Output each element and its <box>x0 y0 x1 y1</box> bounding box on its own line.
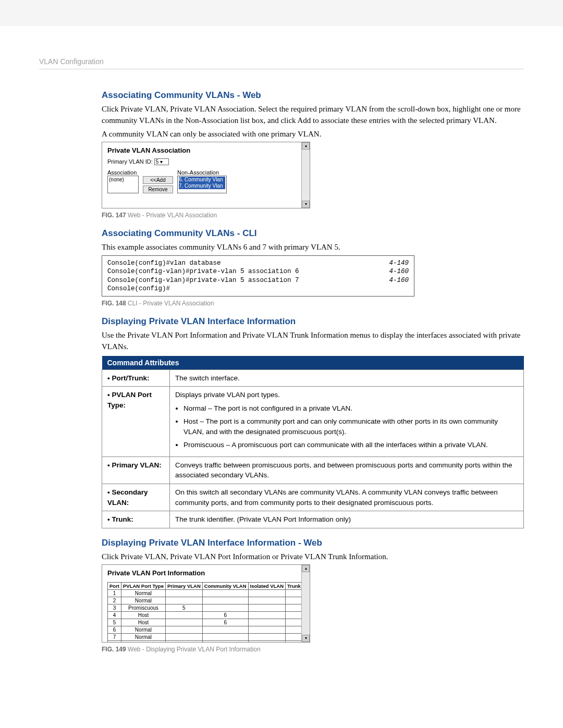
table-row: • Secondary VLAN:On this switch all seco… <box>102 484 524 511</box>
attr-desc: On this switch all secondary VLANs are c… <box>170 484 524 511</box>
scroll-up-icon[interactable]: ▴ <box>302 142 310 150</box>
port-info-table: PortPVLAN Port TypePrimary VLANCommunity… <box>107 582 303 643</box>
association-listbox[interactable]: (none) <box>107 176 139 193</box>
table-cell <box>286 634 303 641</box>
caption-label: FIG. 147 <box>102 212 126 219</box>
add-button[interactable]: <<Add <box>143 176 173 184</box>
table-cell <box>202 634 248 641</box>
table-cell <box>202 626 248 634</box>
table-row: 1Normal <box>108 590 303 597</box>
table-cell <box>286 612 303 619</box>
table-cell: 2 <box>108 597 121 604</box>
attr-key: • Trunk: <box>102 511 170 528</box>
table-row: 2Normal <box>108 597 303 604</box>
attr-subitem: Promiscuous – A promiscuous port can com… <box>183 440 518 450</box>
table-row: 6Normal <box>108 626 303 634</box>
cli-command: Console(config)#vlan database <box>107 259 221 267</box>
column-header: Isolated VLAN <box>248 583 285 590</box>
command-attributes-table: Command Attributes • Port/Trunk:The swit… <box>102 356 524 528</box>
remove-button[interactable]: Remove <box>143 186 173 193</box>
table-cell <box>248 626 285 634</box>
table-cell: 5 <box>108 619 121 626</box>
table-cell <box>286 597 303 604</box>
fig147-caption: FIG. 147 Web - Private VLAN Association <box>102 212 524 219</box>
table-cell <box>248 590 285 597</box>
table-cell <box>165 634 202 641</box>
table-cell <box>286 619 303 626</box>
column-header: Community VLAN <box>202 583 248 590</box>
section-title-display: Displaying Private VLAN Interface Inform… <box>102 316 524 327</box>
scroll-down-icon[interactable]: ▾ <box>302 201 310 208</box>
document-page: VLAN Configuration Associating Community… <box>0 26 563 728</box>
table-cell: 3 <box>108 604 121 612</box>
table-cell: Normal <box>121 634 166 641</box>
nonassoc-label: Non-Association <box>177 169 227 176</box>
scroll-down-icon[interactable]: ▾ <box>302 635 310 642</box>
cli-line: Console(config)#vlan database4-149 <box>107 259 409 267</box>
table-row: • Primary VLAN:Conveys traffic between p… <box>102 456 524 484</box>
attr-subitem: Host – The port is a community port and … <box>183 416 518 437</box>
caption-label: FIG. 149 <box>102 646 126 653</box>
table-cell <box>165 612 202 619</box>
table-cell: 5 <box>165 604 202 612</box>
scrollbar[interactable]: ▴ ▾ <box>301 565 310 642</box>
body-text: Click Private VLAN, Private VLAN Associa… <box>102 104 524 127</box>
table-cell: Promiscuous <box>121 604 166 612</box>
attr-subitem: Normal – The port is not configured in a… <box>183 403 518 414</box>
cli-reference: 4-149 <box>378 259 409 267</box>
column-header: Port <box>108 583 121 590</box>
table-cell <box>248 612 285 619</box>
body-text: A community VLAN can only be associated … <box>102 129 524 140</box>
primary-vlan-select[interactable]: 5 ▾ <box>154 158 169 165</box>
list-item: 6. Community Vlan <box>179 177 225 183</box>
table-header: Command Attributes <box>102 356 524 370</box>
primary-vlan-label: Primary VLAN ID: <box>107 158 153 165</box>
cli-reference: 4-160 <box>378 276 409 285</box>
column-header: Primary VLAN <box>165 583 202 590</box>
table-row: • PVLAN Port Type:Displays private VLAN … <box>102 387 524 457</box>
section-title-assoc-cli: Associating Community VLANs - CLI <box>102 228 524 239</box>
table-cell <box>202 604 248 612</box>
column-header: Trunk <box>286 583 303 590</box>
table-row: 4Host6 <box>108 612 303 619</box>
cli-reference: 4-160 <box>378 267 409 276</box>
table-cell <box>165 590 202 597</box>
fig149-caption: FIG. 149 Web - Displaying Private VLAN P… <box>102 646 524 653</box>
attr-key: • PVLAN Port Type: <box>102 387 170 457</box>
table-cell <box>248 619 285 626</box>
cli-command: Console(config)# <box>107 285 170 293</box>
table-row: 5Host6 <box>108 619 303 626</box>
table-cell <box>248 641 285 643</box>
cli-reference <box>398 285 409 293</box>
table-cell: Normal <box>121 641 166 643</box>
main-content: Associating Community VLANs - Web Click … <box>39 90 524 653</box>
table-cell <box>248 604 285 612</box>
body-text: This example associates community VLANs … <box>102 242 524 253</box>
column-header: PVLAN Port Type <box>121 583 166 590</box>
table-cell <box>165 619 202 626</box>
panel-title: Private VLAN Port Information <box>102 565 310 582</box>
scrollbar[interactable]: ▴ ▾ <box>301 142 310 208</box>
attr-key: • Primary VLAN: <box>102 456 170 484</box>
attr-desc: Conveys traffic between promiscuous port… <box>170 456 524 484</box>
scroll-up-icon[interactable]: ▴ <box>302 565 310 572</box>
table-cell <box>248 634 285 641</box>
table-cell <box>202 597 248 604</box>
caption-label: FIG. 148 <box>102 300 126 307</box>
table-cell <box>202 641 248 643</box>
cli-example-box: Console(config)#vlan database4-149Consol… <box>102 255 414 297</box>
cli-command: Console(config-vlan)#private-vlan 5 asso… <box>107 267 299 276</box>
table-cell: 4 <box>108 612 121 619</box>
table-cell <box>286 604 303 612</box>
table-cell: Host <box>121 612 166 619</box>
table-cell <box>286 626 303 634</box>
body-text: Click Private VLAN, Private VLAN Port In… <box>102 551 524 563</box>
section-title-assoc-web: Associating Community VLANs - Web <box>102 90 524 101</box>
fig148-caption: FIG. 148 CLI - Private VLAN Association <box>102 300 524 307</box>
table-cell: 6 <box>202 612 248 619</box>
table-cell: 7 <box>108 634 121 641</box>
table-cell <box>286 590 303 597</box>
table-cell: Normal <box>121 590 166 597</box>
table-row: • Trunk:The trunk identifier. (Private V… <box>102 511 524 528</box>
nonassociation-listbox[interactable]: 6. Community Vlan 7. Community Vlan <box>177 176 227 193</box>
